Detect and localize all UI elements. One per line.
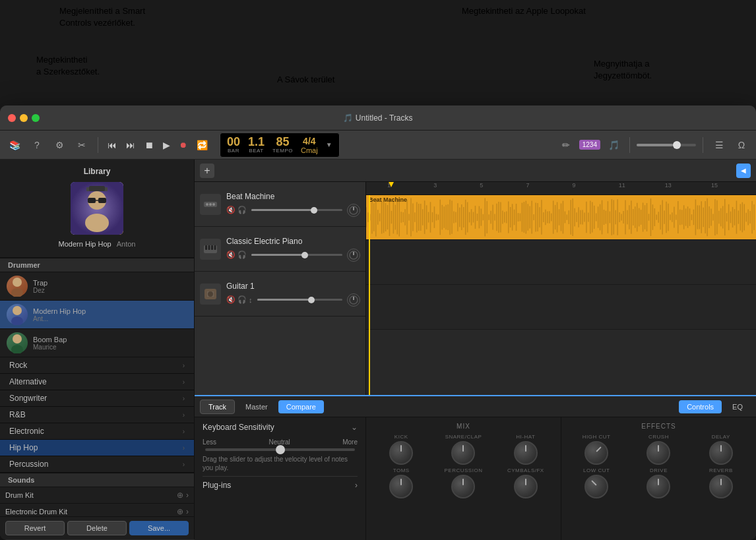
waveform-beat-machine[interactable]: Beat Machine // Generate waveform bars c…	[366, 195, 756, 240]
drummer-item-3[interactable]: Boom Bap Maurice	[0, 329, 194, 357]
loops-browser-icon[interactable]: ☰	[710, 136, 728, 154]
plugins-row[interactable]: Plug-ins ›	[203, 476, 358, 494]
knob-drive[interactable]	[646, 475, 670, 498]
smart-controls-icon[interactable]: ⚙	[50, 136, 69, 154]
pencil-icon[interactable]: ✏	[557, 136, 575, 154]
track-headphone-btn-1[interactable]: 🎧	[237, 206, 247, 214]
annotation-apple-loops: Megtekintheti az Apple Loopokat	[462, 5, 586, 17]
save-button[interactable]: Save...	[129, 521, 189, 535]
track-headphone-btn-2[interactable]: 🎧	[237, 251, 247, 259]
lcd-expand-button[interactable]: ▼	[326, 141, 332, 148]
track-pan-2[interactable]	[347, 249, 360, 262]
notepad-icon[interactable]: Ω	[732, 136, 751, 154]
knob-label-highcut: HIGH CUT	[583, 434, 611, 440]
drum-kit-item-1[interactable]: Drum Kit ⊕ ›	[0, 487, 194, 504]
keyboard-sensitivity-thumb[interactable]	[276, 445, 285, 454]
lcd-display: 00 BAR 1.1 BEAT 85 TEMPO 4/4 Cmaj ▼	[220, 133, 340, 158]
svg-point-10	[13, 306, 22, 315]
track-volume-slider-1[interactable]	[251, 209, 342, 211]
drum-kit-more-icon-2[interactable]: ›	[186, 507, 189, 516]
knob-label-hihat: HI-HAT	[516, 434, 535, 440]
count-in-badge[interactable]: 1234	[579, 140, 600, 150]
drum-kit-item-2[interactable]: Electronic Drum Kit ⊕ ›	[0, 504, 194, 516]
play-button[interactable]: ▶	[160, 138, 173, 152]
knob-toms[interactable]	[389, 475, 413, 498]
scissors-icon[interactable]: ✂	[73, 136, 91, 154]
library-toggle-icon[interactable]: 📚	[5, 136, 24, 154]
knob-hihat[interactable]	[514, 441, 538, 465]
sounds-section-label: Sounds	[0, 473, 194, 487]
knob-kick[interactable]	[389, 441, 413, 465]
minimize-button[interactable]	[20, 114, 28, 122]
knob-snare[interactable]	[451, 441, 475, 465]
genre-chevron-percussion: ›	[183, 461, 185, 468]
drummer-avatar-trap	[7, 276, 28, 297]
track-mute-btn-2[interactable]: 🔇	[226, 251, 236, 259]
knob-percussion[interactable]	[451, 475, 475, 498]
drum-kit-add-icon-2[interactable]: ⊕	[177, 507, 183, 516]
knob-item-toms: TOMS	[371, 467, 431, 498]
maximize-button[interactable]	[32, 114, 40, 122]
keyboard-sensitivity-slider[interactable]	[205, 448, 355, 451]
knob-cymbals[interactable]	[514, 475, 538, 498]
track-mute-btn-1[interactable]: 🔇	[226, 206, 236, 214]
track-pan-1[interactable]	[347, 204, 360, 217]
track-extra-btn-3[interactable]: ↕	[249, 296, 253, 304]
tab-controls[interactable]: Controls	[679, 400, 722, 413]
track-volume-slider-2[interactable]	[251, 254, 342, 256]
genre-item-songwriter[interactable]: Songwriter ›	[0, 390, 194, 407]
track-icon-svg-3	[203, 286, 218, 302]
forward-button[interactable]: ⏭	[123, 138, 138, 152]
knob-lowcut[interactable]	[584, 475, 608, 498]
record-button[interactable]: ⏺	[177, 139, 190, 151]
genre-item-electronic[interactable]: Electronic ›	[0, 423, 194, 440]
track-pan-3[interactable]	[347, 293, 360, 307]
knob-delay[interactable]	[709, 441, 733, 465]
knob-crush[interactable]	[646, 441, 670, 465]
genre-label-songwriter: Songwriter	[9, 394, 47, 403]
cycle-button[interactable]: 🔁	[194, 138, 210, 152]
track-item-beat-machine[interactable]: Beat Machine 🔇 🎧	[195, 182, 365, 227]
tab-eq[interactable]: EQ	[724, 400, 751, 413]
help-icon[interactable]: ?	[28, 136, 46, 154]
track-item-guitar[interactable]: Guitar 1 🔇 🎧 ↕	[195, 272, 365, 316]
knob-reverb[interactable]	[709, 475, 733, 498]
drummer-name-2: Ant...	[33, 315, 187, 322]
genre-item-hiphop[interactable]: Hip Hop ›	[0, 440, 194, 456]
add-track-button[interactable]: +	[200, 164, 214, 178]
svg-rect-24	[214, 245, 216, 250]
svg-rect-23	[211, 245, 213, 250]
tracks-header: + ◀	[195, 160, 756, 182]
track-name-piano: Classic Electric Piano	[226, 237, 360, 246]
knob-highcut[interactable]	[584, 441, 608, 465]
lcd-timesig-value: 4/4	[303, 136, 315, 146]
drummer-info-1: Trap Dez	[33, 279, 187, 294]
rewind-button[interactable]: ⏮	[105, 138, 119, 152]
genre-item-percussion[interactable]: Percussion ›	[0, 456, 194, 473]
genre-item-alternative[interactable]: Alternative ›	[0, 374, 194, 390]
effects-knob-grid: HIGH CUT CRUSH DELAY	[567, 434, 751, 498]
drummer-avatar-hiphop	[7, 304, 28, 325]
track-item-piano[interactable]: Classic Electric Piano 🔇 🎧	[195, 227, 365, 272]
master-volume-slider[interactable]	[637, 144, 696, 146]
revert-button[interactable]: Revert	[5, 521, 65, 535]
drummer-item-active[interactable]: Modern Hip Hop Ant...	[0, 301, 194, 329]
tab-compare[interactable]: Compare	[278, 400, 324, 413]
drum-kit-more-icon-1[interactable]: ›	[186, 491, 189, 500]
track-info-guitar: Guitar 1 🔇 🎧 ↕	[226, 282, 360, 307]
track-volume-slider-3[interactable]	[257, 299, 343, 301]
close-button[interactable]	[8, 114, 16, 122]
delete-button[interactable]: Delete	[67, 521, 127, 535]
drummer-item[interactable]: Trap Dez	[0, 272, 194, 301]
genre-item-rnb[interactable]: R&B ›	[0, 407, 194, 423]
tab-track[interactable]: Track	[200, 400, 235, 414]
track-headphone-btn-3[interactable]: 🎧	[237, 295, 247, 304]
track-mute-btn-3[interactable]: 🔇	[226, 295, 236, 304]
smart-controls-toggle-button[interactable]: ◀	[736, 164, 751, 178]
genre-item-rock[interactable]: Rock ›	[0, 357, 194, 374]
metronome-icon[interactable]: 🎵	[604, 136, 623, 154]
drum-kit-add-icon-1[interactable]: ⊕	[177, 491, 183, 500]
stop-button[interactable]: ⏹	[142, 138, 156, 152]
tab-master[interactable]: Master	[237, 400, 276, 413]
svg-rect-21	[205, 245, 207, 250]
